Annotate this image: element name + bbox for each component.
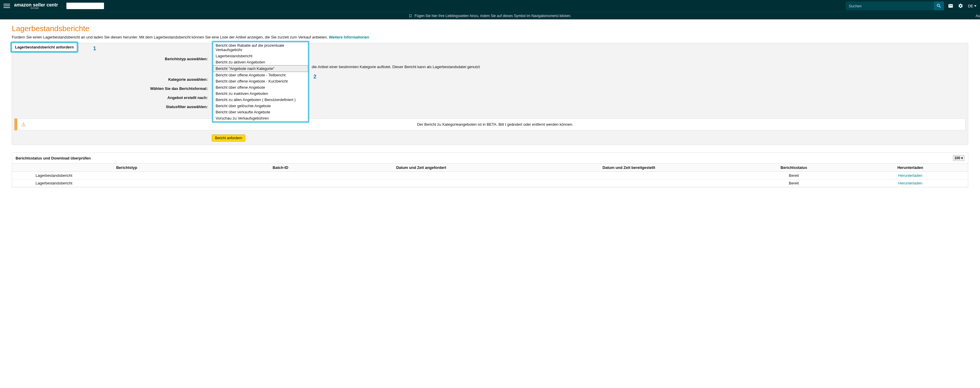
table-cell [320,172,523,180]
dropdown-option[interactable]: Vorschau zu Verkaufsgebühren [213,115,308,121]
chevron-down-icon [974,5,977,7]
dropdown-option[interactable]: Bericht "Angebote nach Kategorie" [213,65,308,72]
dropdown-option[interactable]: Bericht zu aktiven Angeboten [213,59,308,65]
table-cell [523,180,735,187]
warning-icon: ⚠ [21,122,25,127]
logo-subtext: europe [30,7,39,10]
table-cell: Herunterladen [853,180,968,187]
status-section: Berichtsstatus und Download überprüfen 1… [12,153,968,188]
download-link[interactable]: Herunterladen [898,181,923,185]
table-header: Datum und Zeit bereitgestellt [523,164,735,172]
main-content: Lagerbestandsberichte Fordern Sie einen … [0,19,980,188]
menu-icon[interactable] [3,3,10,9]
page-title: Lagerbestandsberichte [12,24,968,33]
bookmark-icon[interactable] [409,14,412,18]
label-status-filter: Statusfilter auswählen: [12,104,212,109]
search-icon [936,3,942,8]
alert-text: Der Bericht zu Kategorieangeboten ist in… [29,122,961,127]
table-header: Berichtstyp [12,164,241,172]
bookmark-right-cut: Au [975,14,980,18]
status-table: BerichtstypBatch-IDDatum und Zeit angefo… [12,163,968,187]
mail-icon[interactable] [948,3,953,8]
dropdown-option[interactable]: Bericht über gelöschte Angebote [213,103,308,109]
search-input[interactable] [846,2,934,10]
dropdown-option[interactable]: Bericht über Rabatte auf die prozentuale… [213,42,308,53]
language-label: DE [968,4,973,8]
top-header: amazon seller centr europe DE [0,0,980,12]
bookmark-bar: Fügen Sie hier Ihre Lieblingsseiten hinz… [0,12,980,19]
language-selector[interactable]: DE [968,4,977,8]
label-format: Wählen Sie das Berichtsformat: [12,86,212,91]
page-size-select[interactable]: 100 ▾ [953,155,964,161]
table-cell: Lagerbestandsbericht [12,172,241,180]
table-cell: Bereit [735,180,853,187]
divider [62,3,62,9]
dropdown-option[interactable]: Bericht über offene Angebote [213,84,308,91]
table-cell: Bereit [735,172,853,180]
label-report-type: Berichtstyp auswählen: [12,56,212,61]
search-button[interactable] [934,2,944,10]
dropdown-option[interactable]: Lagerbestandsbericht [213,53,308,59]
table-header: Berichtsstatus [735,164,853,172]
beta-alert: ⚠ Der Bericht zu Kategorieangeboten ist … [14,118,966,130]
header-right: DE [948,3,977,8]
table-row: LagerbestandsberichtBereitHerunterladen [12,172,968,180]
request-panel: Lagerbestandsbericht anfordern 1 2 Beric… [12,43,968,145]
dropdown-option[interactable]: Bericht über offene Angebote - Kurzberic… [213,78,308,84]
download-link[interactable]: Herunterladen [898,173,923,178]
bookmark-text: Fügen Sie hier Ihre Lieblingsseiten hinz… [415,14,571,18]
table-cell [241,180,320,187]
more-info-link[interactable]: Weitere Informationen [329,35,369,39]
table-row: LagerbestandsberichtBereitHerunterladen [12,180,968,187]
brand-slot[interactable] [67,3,104,9]
label-created-after: Angebot erstellt nach: [12,95,212,100]
table-cell [320,180,523,187]
report-type-dropdown[interactable]: Bericht über Rabatte auf die prozentuale… [212,41,309,123]
request-report-button[interactable]: Bericht anfordern [212,135,245,142]
dropdown-option[interactable]: Bericht zu inaktiven Angeboten [213,91,308,97]
logo[interactable]: amazon seller centr europe [14,3,58,10]
table-cell [523,172,735,180]
form-rows: Bericht über Rabatte auf die prozentuale… [12,43,968,117]
gear-icon[interactable] [958,3,963,8]
table-header: Datum und Zeit angefordert [320,164,523,172]
label-category: Kategorie auswählen: [12,77,212,82]
search-bar [846,2,944,10]
dropdown-option[interactable]: Bericht zu allen Angeboten ( Benutzerdef… [213,97,308,103]
dropdown-option[interactable]: Bericht über verkaufte Angebote [213,109,308,115]
report-desc-tail: die Artikel einer bestimmten Kategorie a… [312,64,480,69]
page-subtext: Fordern Sie einen Lagerbestandsbericht a… [12,35,968,39]
subtext-body: Fordern Sie einen Lagerbestandsbericht a… [12,35,329,39]
page-size-value: 100 [955,156,960,160]
dropdown-option[interactable]: Bericht über offene Angebote - Teilberic… [213,72,308,78]
table-header: Herunterladen [853,164,968,172]
table-header: Batch-ID [241,164,320,172]
table-cell: Herunterladen [853,172,968,180]
table-cell: Lagerbestandsbericht [12,180,241,187]
table-cell [241,172,320,180]
status-heading: Berichtsstatus und Download überprüfen [16,156,91,161]
